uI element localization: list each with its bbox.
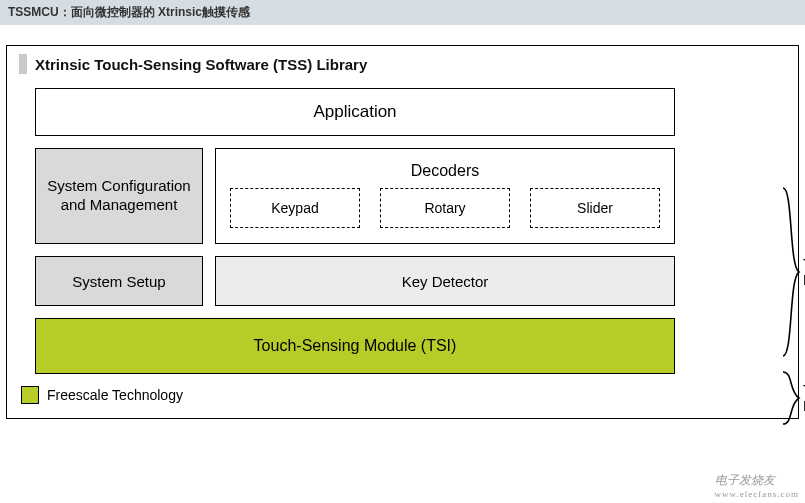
diagram-title: Xtrinsic Touch-Sensing Software (TSS) Li… xyxy=(35,56,367,73)
system-config-block: System Configuration and Management xyxy=(35,148,203,244)
decoder-rotary: Rotary xyxy=(380,188,510,228)
key-detector-label: Key Detector xyxy=(402,273,489,290)
row-config-decoders: System Configuration and Management Deco… xyxy=(35,148,675,244)
tsi-module-label: Touch-Sensing Module (TSI) xyxy=(254,337,457,355)
system-setup-block: System Setup xyxy=(35,256,203,306)
application-label: Application xyxy=(313,102,396,122)
diagram-title-row: Xtrinsic Touch-Sensing Software (TSS) Li… xyxy=(19,54,770,74)
decoder-items: Keypad Rotary Slider xyxy=(216,188,674,236)
tss-library-rows: System Configuration and Management Deco… xyxy=(35,148,675,306)
watermark-sub: www.elecfans.com xyxy=(715,489,799,499)
legend-label-freescale: Freescale Technology xyxy=(47,387,183,403)
tsi-module-block: Touch-Sensing Module (TSI) xyxy=(35,318,675,374)
system-config-label: System Configuration and Management xyxy=(36,177,202,215)
application-block: Application xyxy=(35,88,675,136)
decoder-keypad: Keypad xyxy=(230,188,360,228)
watermark-main: 电子发烧友 xyxy=(715,473,775,487)
key-detector-block: Key Detector xyxy=(215,256,675,306)
decoders-block: Decoders Keypad Rotary Slider xyxy=(215,148,675,244)
legend-swatch-freescale xyxy=(21,386,39,404)
system-setup-label: System Setup xyxy=(72,273,165,290)
bracket-tss-library: TSS Library xyxy=(781,186,801,358)
row-setup-keydetector: System Setup Key Detector xyxy=(35,256,675,306)
bracket-tsi-module: TSI Module xyxy=(781,370,801,426)
decoders-label: Decoders xyxy=(411,162,479,180)
page-header-text: TSSMCU：面向微控制器的 Xtrinsic触摸传感 xyxy=(8,5,250,19)
page-header: TSSMCU：面向微控制器的 Xtrinsic触摸传感 xyxy=(0,0,805,25)
decoder-slider: Slider xyxy=(530,188,660,228)
legend: Freescale Technology xyxy=(21,386,770,404)
watermark: 电子发烧友 www.elecfans.com xyxy=(715,472,799,499)
diagram-container: Xtrinsic Touch-Sensing Software (TSS) Li… xyxy=(6,45,799,419)
title-accent-bar xyxy=(19,54,27,74)
